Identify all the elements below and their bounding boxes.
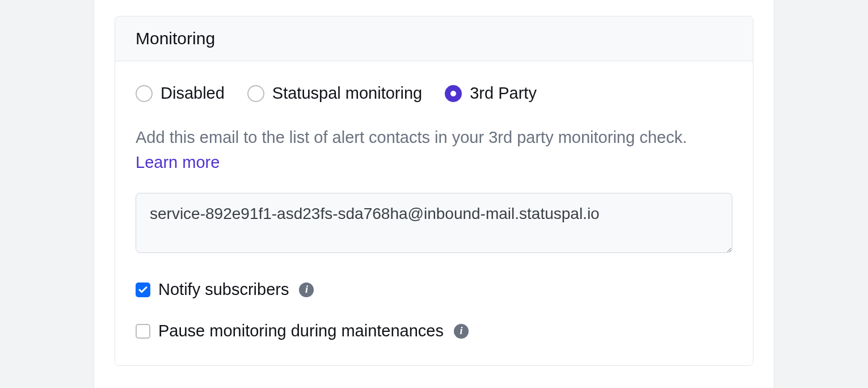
alert-email-input[interactable] <box>136 193 732 253</box>
monitoring-mode-radio-group: Disabled Statuspal monitoring 3rd Party <box>136 84 732 103</box>
info-icon[interactable]: i <box>299 282 314 297</box>
notify-subscribers-label: Notify subscribers <box>158 280 289 299</box>
notify-subscribers-row: Notify subscribers i <box>136 280 732 299</box>
panel-body: Disabled Statuspal monitoring 3rd Party … <box>115 61 753 365</box>
radio-label: 3rd Party <box>470 84 537 103</box>
info-icon[interactable]: i <box>454 324 469 339</box>
pause-monitoring-label: Pause monitoring during maintenances <box>158 322 444 340</box>
radio-icon <box>247 85 264 102</box>
pause-monitoring-checkbox[interactable] <box>136 324 150 339</box>
radio-disabled[interactable]: Disabled <box>136 84 225 103</box>
radio-third-party[interactable]: 3rd Party <box>445 84 537 103</box>
radio-statuspal-monitoring[interactable]: Statuspal monitoring <box>247 84 422 103</box>
radio-label: Statuspal monitoring <box>272 84 422 103</box>
radio-icon-selected <box>445 85 462 102</box>
radio-icon <box>136 85 153 102</box>
help-text-content: Add this email to the list of alert cont… <box>136 128 687 146</box>
panel-title: Monitoring <box>136 29 732 48</box>
notify-subscribers-checkbox[interactable] <box>136 282 150 297</box>
radio-inner-dot <box>450 91 456 96</box>
help-text: Add this email to the list of alert cont… <box>136 125 732 175</box>
learn-more-link[interactable]: Learn more <box>136 153 220 171</box>
settings-container: Monitoring Disabled Statuspal monitoring… <box>94 0 774 388</box>
monitoring-panel: Monitoring Disabled Statuspal monitoring… <box>115 16 753 366</box>
check-icon <box>138 285 148 295</box>
radio-label: Disabled <box>161 84 225 103</box>
panel-header: Monitoring <box>115 16 753 61</box>
pause-monitoring-row: Pause monitoring during maintenances i <box>136 322 732 340</box>
